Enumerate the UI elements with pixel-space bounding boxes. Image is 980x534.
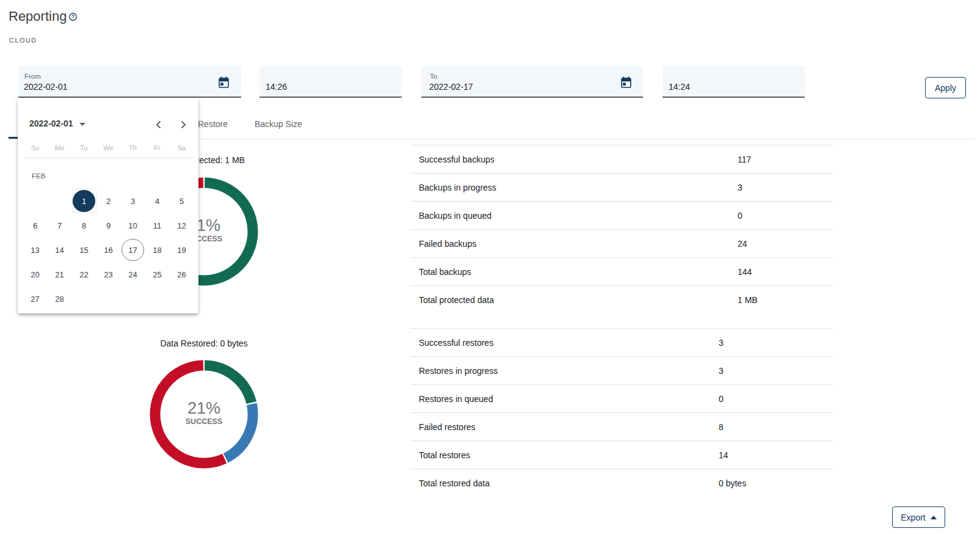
svg-text:?: ? xyxy=(71,13,74,20)
